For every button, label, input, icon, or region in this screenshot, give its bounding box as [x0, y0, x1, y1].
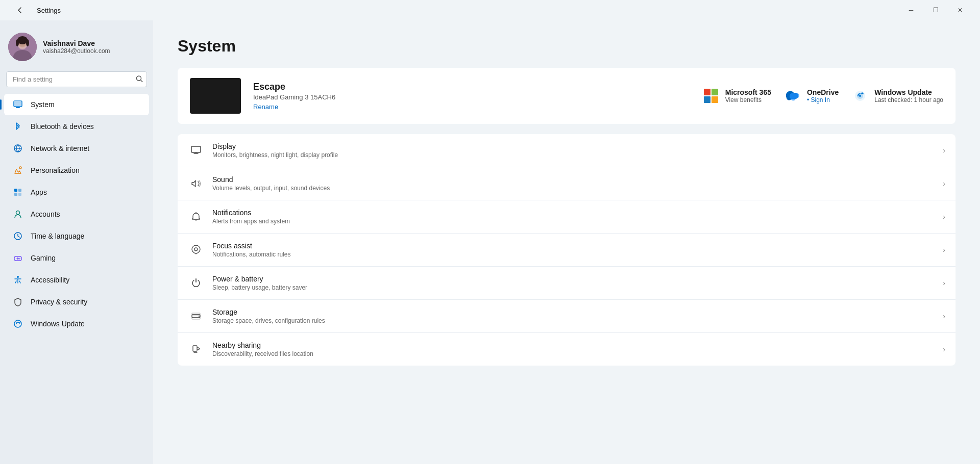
svg-rect-28 — [191, 146, 201, 152]
sidebar-item-update[interactable]: Windows Update — [4, 313, 149, 334]
user-name: Vaishnavi Dave — [43, 39, 110, 47]
settings-desc-focus: Notifications, automatic rules — [212, 251, 935, 258]
personalization-icon — [12, 165, 23, 176]
device-image — [190, 78, 241, 114]
power-icon — [188, 275, 204, 291]
settings-name-power: Power & battery — [212, 275, 935, 283]
page-title: System — [178, 37, 955, 56]
svg-point-22 — [19, 258, 20, 259]
sidebar-item-accounts[interactable]: Accounts — [4, 203, 149, 225]
sidebar-item-bluetooth[interactable]: Bluetooth & devices — [4, 116, 149, 137]
svg-point-29 — [194, 248, 198, 251]
settings-desc-sound: Volume levels, output, input, sound devi… — [212, 185, 935, 192]
main-container: Vaishnavi Dave vaisha284@outlook.com Sys… — [0, 20, 980, 464]
privacy-icon — [12, 296, 23, 307]
restore-button[interactable]: ❐ — [924, 2, 947, 18]
winupdate-icon — [851, 87, 869, 105]
settings-desc-storage: Storage space, drives, configuration rul… — [212, 317, 935, 324]
close-button[interactable]: ✕ — [948, 2, 972, 18]
settings-item-nearby[interactable]: Nearby sharing Discoverability, received… — [178, 333, 955, 366]
quick-link-sub-onedrive: • Sign In — [807, 96, 839, 104]
system-icon — [12, 99, 23, 110]
titlebar-left: Settings — [8, 2, 61, 18]
sidebar-item-personalization[interactable]: Personalization — [4, 160, 149, 181]
bluetooth-icon — [12, 121, 23, 132]
device-info: Escape IdeaPad Gaming 3 15ACH6 Rename — [253, 82, 690, 111]
svg-rect-16 — [18, 189, 21, 192]
user-info: Vaishnavi Dave vaisha284@outlook.com — [43, 39, 110, 55]
sidebar-item-label-network: Network & internet — [31, 144, 89, 152]
device-card: Escape IdeaPad Gaming 3 15ACH6 Rename Mi… — [178, 68, 955, 124]
svg-point-6 — [17, 36, 28, 44]
svg-point-25 — [14, 320, 21, 327]
quick-link-ms365[interactable]: Microsoft 365 View benefits — [702, 87, 771, 105]
svg-point-7 — [16, 39, 19, 46]
settings-item-focus[interactable]: Focus assist Notifications, automatic ru… — [178, 234, 955, 267]
svg-rect-18 — [18, 193, 21, 196]
svg-point-14 — [19, 167, 21, 169]
svg-rect-11 — [16, 107, 20, 108]
svg-rect-17 — [14, 193, 17, 196]
sidebar-item-apps[interactable]: Apps — [4, 182, 149, 203]
sidebar-item-privacy[interactable]: Privacy & security — [4, 291, 149, 313]
quick-link-onedrive[interactable]: OneDrive • Sign In — [783, 87, 839, 105]
quick-link-name-onedrive: OneDrive — [807, 88, 839, 96]
rename-button[interactable]: Rename — [253, 103, 690, 111]
sidebar-item-label-gaming: Gaming — [31, 254, 56, 262]
search-icon[interactable] — [136, 75, 143, 84]
settings-desc-display: Monitors, brightness, night light, displ… — [212, 151, 935, 159]
user-section: Vaishnavi Dave vaisha284@outlook.com — [0, 29, 153, 71]
sidebar-item-label-privacy: Privacy & security — [31, 298, 87, 306]
chevron-right-icon: › — [943, 246, 945, 254]
settings-desc-notifications: Alerts from apps and system — [212, 218, 935, 225]
back-button[interactable] — [8, 2, 32, 18]
sidebar-item-label-system: System — [31, 100, 55, 109]
storage-icon — [188, 308, 204, 324]
accounts-icon — [12, 209, 23, 220]
search-box — [6, 71, 147, 87]
settings-item-sound[interactable]: Sound Volume levels, output, input, soun… — [178, 167, 955, 200]
sidebar-item-time[interactable]: Time & language — [4, 225, 149, 247]
svg-point-24 — [17, 276, 19, 278]
network-icon — [12, 143, 23, 154]
settings-item-display[interactable]: Display Monitors, brightness, night ligh… — [178, 134, 955, 167]
nav-list: System Bluetooth & devices Network & int… — [0, 93, 153, 335]
quick-link-name-ms365: Microsoft 365 — [725, 88, 771, 96]
chevron-right-icon: › — [943, 146, 945, 154]
svg-point-23 — [19, 259, 20, 260]
sidebar-item-accessibility[interactable]: Accessibility — [4, 269, 149, 291]
sidebar-item-gaming[interactable]: Gaming — [4, 247, 149, 269]
chevron-right-icon: › — [943, 179, 945, 188]
settings-item-storage[interactable]: Storage Storage space, drives, configura… — [178, 300, 955, 333]
settings-name-focus: Focus assist — [212, 242, 935, 250]
svg-point-9 — [137, 76, 141, 81]
quick-link-name-winupdate: Windows Update — [874, 88, 943, 96]
sidebar-item-network[interactable]: Network & internet — [4, 138, 149, 159]
gaming-icon — [12, 252, 23, 264]
svg-rect-34 — [193, 346, 197, 351]
settings-item-power[interactable]: Power & battery Sleep, battery usage, ba… — [178, 267, 955, 300]
settings-list: Display Monitors, brightness, night ligh… — [178, 134, 955, 366]
settings-name-nearby: Nearby sharing — [212, 341, 935, 349]
apps-icon — [12, 187, 23, 198]
notifications-icon — [188, 209, 204, 225]
sidebar-item-system[interactable]: System — [4, 94, 149, 115]
settings-item-notifications[interactable]: Notifications Alerts from apps and syste… — [178, 200, 955, 234]
sound-icon — [188, 175, 204, 192]
settings-name-sound: Sound — [212, 175, 935, 184]
sidebar-item-label-accessibility: Accessibility — [31, 276, 69, 284]
svg-point-19 — [16, 211, 20, 215]
sidebar-item-label-accounts: Accounts — [31, 210, 60, 218]
svg-point-31 — [199, 316, 200, 317]
quick-link-winupdate[interactable]: Windows Update Last checked: 1 hour ago — [851, 87, 943, 105]
settings-desc-power: Sleep, battery usage, battery saver — [212, 284, 935, 291]
accessibility-icon — [12, 274, 23, 286]
sidebar-item-label-personalization: Personalization — [31, 166, 80, 174]
sidebar: Vaishnavi Dave vaisha284@outlook.com Sys… — [0, 20, 153, 464]
settings-name-storage: Storage — [212, 308, 935, 316]
search-input[interactable] — [6, 71, 147, 87]
onedrive-icon — [783, 87, 802, 105]
minimize-button[interactable]: ─ — [899, 2, 923, 18]
user-email: vaisha284@outlook.com — [43, 47, 110, 55]
sidebar-item-label-update: Windows Update — [31, 320, 85, 328]
